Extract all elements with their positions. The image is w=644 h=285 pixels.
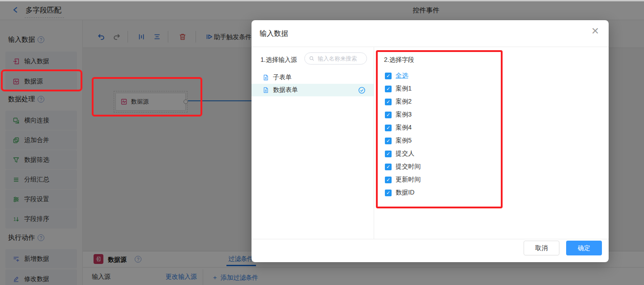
- field-label: 数据ID: [396, 189, 414, 197]
- check-circle-icon: [358, 86, 366, 94]
- step1-label: 1.选择输入源: [260, 56, 297, 64]
- checkbox-checked-icon[interactable]: ✓: [385, 190, 392, 196]
- dialog-column-divider: [374, 47, 374, 239]
- field-row[interactable]: ✓ 案例3: [385, 111, 412, 119]
- dialog-title: 输入数据: [260, 29, 288, 39]
- close-icon[interactable]: ×: [592, 25, 599, 37]
- checkbox-checked-icon[interactable]: ✓: [385, 164, 392, 170]
- field-row[interactable]: ✓ 提交人: [385, 150, 414, 158]
- cancel-button[interactable]: 取消: [524, 241, 559, 255]
- field-label: 更新时间: [396, 176, 421, 184]
- checkbox-checked-icon[interactable]: ✓: [385, 177, 392, 183]
- source-item-label: 数据表单: [273, 86, 298, 94]
- source-item-dataform-selected[interactable]: 数据表单: [252, 84, 374, 96]
- select-all-link[interactable]: 全选: [396, 72, 408, 80]
- search-box[interactable]: [304, 52, 367, 65]
- field-label: 提交时间: [396, 163, 421, 171]
- field-label: 案例1: [396, 85, 412, 93]
- field-row-select-all[interactable]: ✓ 全选: [385, 72, 408, 80]
- field-row[interactable]: ✓ 更新时间: [385, 176, 421, 184]
- field-row[interactable]: ✓ 案例1: [385, 85, 412, 93]
- field-label: 案例2: [396, 98, 412, 106]
- search-icon: [309, 56, 315, 61]
- confirm-button[interactable]: 确定: [566, 241, 602, 255]
- field-row[interactable]: ✓ 数据ID: [385, 189, 414, 197]
- checkbox-checked-icon[interactable]: ✓: [385, 73, 392, 79]
- window-top-edge: [0, 0, 644, 1]
- checkbox-checked-icon[interactable]: ✓: [385, 125, 392, 131]
- field-row[interactable]: ✓ 案例4: [385, 124, 412, 132]
- dialog-header-divider: [252, 47, 609, 47]
- source-item-subform[interactable]: 子表单: [252, 71, 374, 84]
- checkbox-checked-icon[interactable]: ✓: [385, 86, 392, 92]
- field-row[interactable]: ✓ 案例5: [385, 137, 412, 145]
- field-label: 提交人: [396, 150, 414, 158]
- step2-label: 2.选择字段: [384, 56, 414, 64]
- source-item-label: 子表单: [273, 73, 292, 82]
- dialog-footer-divider: [252, 239, 609, 239]
- field-label: 案例5: [396, 137, 412, 145]
- app-window: 多字段匹配 控件事件 输入数据 ? 输入数据 数据源 数据处理 ?: [0, 0, 644, 285]
- checkbox-checked-icon[interactable]: ✓: [385, 151, 392, 157]
- search-input[interactable]: [317, 55, 366, 62]
- document-icon: [262, 86, 269, 94]
- checkbox-checked-icon[interactable]: ✓: [385, 138, 392, 144]
- field-label: 案例3: [396, 111, 412, 119]
- field-row[interactable]: ✓ 提交时间: [385, 163, 421, 171]
- checkbox-checked-icon[interactable]: ✓: [385, 112, 392, 118]
- checkbox-checked-icon[interactable]: ✓: [385, 99, 392, 105]
- field-row[interactable]: ✓ 案例2: [385, 98, 412, 106]
- input-data-dialog: 输入数据 × 1.选择输入源 子表单 数据表单 2.选择字段: [252, 20, 609, 262]
- field-label: 案例4: [396, 124, 412, 132]
- document-icon: [262, 74, 269, 81]
